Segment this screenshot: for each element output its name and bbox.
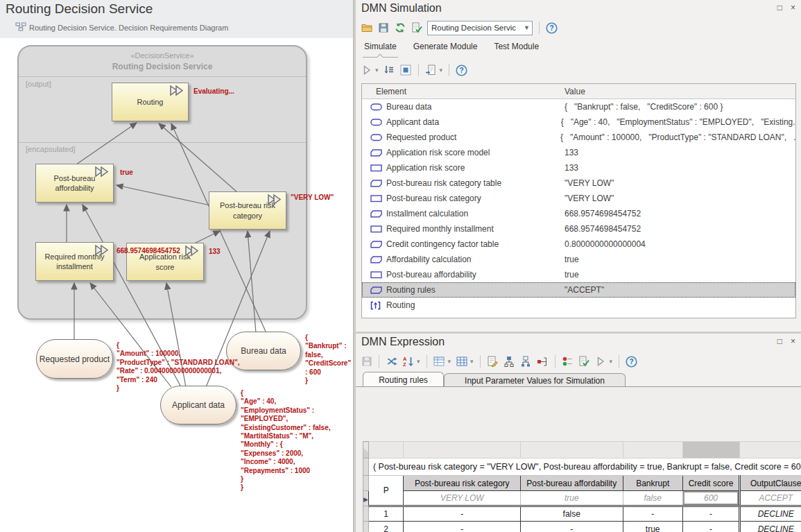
grid-corner-cell[interactable] [363,442,369,458]
expand-chevron-icon[interactable] [94,166,111,180]
help-icon[interactable]: ? [626,356,637,368]
column-strip-cell[interactable] [521,442,623,458]
float-button[interactable]: □ [777,336,782,346]
table-row[interactable]: Affordability calculationtrue [362,252,795,267]
table-style-icon[interactable] [433,356,445,368]
expand-chevron-icon[interactable] [267,194,284,207]
bkm-element-icon [370,210,383,218]
rule-cell[interactable]: - [623,506,682,522]
table-row[interactable]: Post-bureau risk category"VERY LOW" [362,191,795,206]
table-row[interactable]: Routing [362,298,795,313]
decision-column-header[interactable]: Post-bureau affordability [521,476,623,491]
close-button[interactable]: × [791,3,795,12]
table-row[interactable]: Credit contingency factor table0.8000000… [362,237,795,252]
tab-input-parameter-values-for-simulation[interactable]: Input Parameter Values for Simulation [444,373,626,388]
current-value-cell[interactable]: ACCEPT [740,491,801,506]
table-row[interactable]: Routing rules"ACCEPT" [362,282,795,298]
model-selector-dropdown[interactable]: Routing Decision Servic▼ [427,21,533,35]
stop-icon[interactable] [400,65,412,76]
row-gutter-cell[interactable] [363,506,369,522]
close-button[interactable]: × [791,336,795,346]
dropdown-arrow-icon[interactable]: ▾ [440,67,443,74]
refresh-icon[interactable] [394,22,406,34]
merge-icon[interactable] [537,356,549,368]
column-strip-cell[interactable] [740,442,801,458]
table-row[interactable]: Required monthly installment668.95746984… [362,221,795,237]
current-value-cell[interactable]: true [521,491,623,506]
table-row[interactable]: Post-bureau risk category table"VERY LOW… [362,175,795,191]
rule-cell[interactable]: - [404,522,521,532]
current-value-cell[interactable]: VERY LOW [404,491,521,506]
add-input-icon[interactable] [503,356,515,368]
tab-simulate[interactable]: Simulate [364,42,397,55]
decision-column-header[interactable]: OutputClause [740,476,801,491]
rule-cell[interactable]: DECLINE [740,506,801,522]
run-icon[interactable] [361,65,372,76]
decision-node-routing[interactable]: Routing [112,83,189,121]
expand-chevron-icon[interactable] [94,244,111,258]
decision-node-post-bureau-risk-category[interactable]: Post-bureau risk category [209,191,286,230]
dropdown-arrow-icon[interactable]: ▾ [470,358,474,365]
step-icon[interactable] [384,65,395,76]
row-gutter-cell[interactable] [363,476,369,491]
decision-node-post-bureau-affordability[interactable]: Post-bureau affordability [35,164,114,203]
row-marker-icon: ▶ [363,496,368,503]
dropdown-arrow-icon[interactable]: ▾ [375,67,379,74]
row-gutter-cell[interactable] [363,522,369,532]
help-icon[interactable]: ? [456,65,467,76]
run-icon[interactable] [595,356,607,368]
decision-node-required-monthly-installment[interactable]: Required monthly installment [35,242,114,281]
table-row[interactable]: Bureau data{ "Bankrupt" : false, "Credit… [362,99,795,114]
hit-policy-cell[interactable]: P [368,476,404,506]
current-value-cell[interactable]: false [623,491,682,506]
table-row[interactable]: Requested product{ "Amount" : 100000, "P… [362,130,795,145]
tab-generate-module[interactable]: Generate Module [413,42,478,55]
rule-cell[interactable]: - [682,522,739,532]
table-row[interactable]: Application risk score model133 [362,145,795,160]
tab-routing-rules[interactable]: Routing rules [363,372,444,388]
validate-icon[interactable] [411,22,422,34]
current-value-cell[interactable]: 600 [682,491,739,506]
table-row[interactable]: Applicant data{ "Age" : 40, "EmploymentS… [362,114,795,130]
io-icon[interactable] [562,356,574,368]
decision-column-header[interactable]: Post-bureau risk category [404,476,521,491]
rule-cell[interactable]: true [623,522,682,532]
edit-rule-icon[interactable] [487,356,499,368]
decision-column-header[interactable]: Credit score [682,476,739,491]
expand-chevron-icon[interactable] [184,245,201,259]
float-button[interactable]: □ [777,3,782,12]
column-strip-cell[interactable] [368,442,404,458]
export-icon[interactable] [425,65,437,76]
column-strip-cell[interactable] [404,442,521,458]
expand-chevron-icon[interactable] [169,85,186,98]
help-icon[interactable]: ? [546,22,558,34]
open-icon[interactable] [361,22,372,34]
table-row[interactable]: Application risk score133 [362,160,795,175]
dropdown-arrow-icon[interactable]: ▾ [417,358,420,365]
rule-cell[interactable]: - [404,506,521,522]
add-output-icon[interactable] [520,356,532,368]
table-row[interactable]: Installment calculation668.9574698454752 [362,206,795,221]
input-node-requested-product[interactable]: Requested product [36,339,113,379]
rule-cell[interactable]: - [682,506,739,522]
dropdown-arrow-icon[interactable]: ▾ [610,358,613,365]
tab-test-module[interactable]: Test Module [494,42,539,55]
current-row-marker[interactable]: ▶ [363,491,369,506]
rule-number-cell[interactable]: 1 [368,506,404,522]
sort-icon[interactable]: AZ [402,356,414,368]
column-strip-cell[interactable] [623,442,682,458]
table-row[interactable]: Post-bureau affordabilitytrue [362,267,795,282]
swap-icon[interactable] [386,356,397,368]
rule-cell[interactable]: false [521,506,623,522]
rule-number-cell[interactable]: 2 [368,522,404,532]
save-icon[interactable] [361,356,372,368]
row-gutter-cell[interactable] [363,458,369,476]
column-strip-cell[interactable] [682,442,739,458]
save-icon[interactable] [377,22,389,34]
dropdown-arrow-icon[interactable]: ▾ [448,358,451,365]
decision-column-header[interactable]: Bankrupt [623,476,682,491]
rule-cell[interactable]: - [521,522,623,532]
rule-cell[interactable]: DECLINE [740,522,801,532]
validate-icon[interactable] [578,356,590,368]
table-grid-icon[interactable] [456,356,467,368]
